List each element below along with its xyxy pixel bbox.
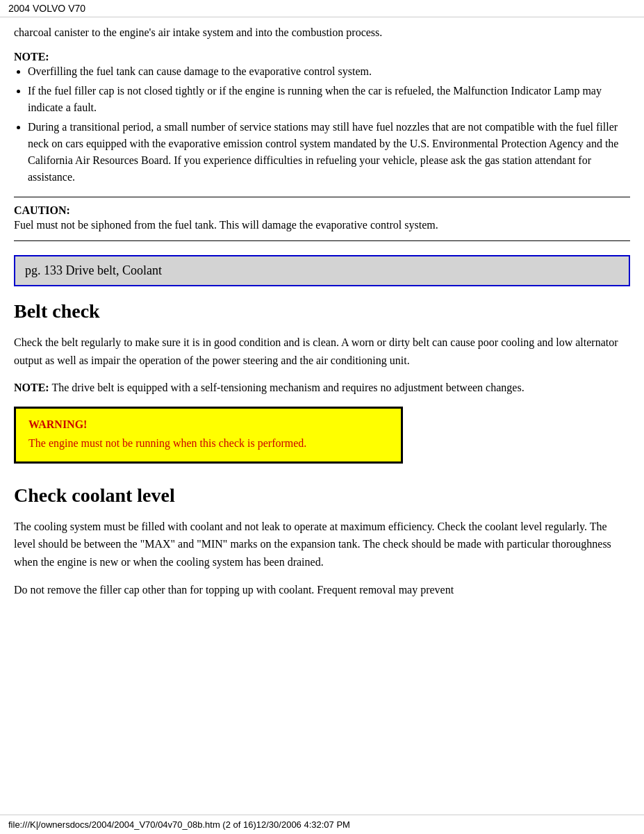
belt-note-label: NOTE: (14, 382, 49, 393)
page-header: 2004 VOLVO V70 (0, 0, 644, 17)
footer-text: file:///K|/ownersdocs/2004/2004_V70/04v7… (8, 819, 350, 830)
caution-label: CAUTION: (14, 204, 70, 216)
coolant-body-2: Do not remove the filler cap other than … (14, 581, 630, 599)
page-footer: file:///K|/ownersdocs/2004/2004_V70/04v7… (0, 815, 644, 834)
page-reference-text: pg. 133 Drive belt, Coolant (25, 263, 162, 277)
bullet-list: Overfilling the fuel tank can cause dama… (28, 63, 630, 186)
divider-1 (14, 197, 630, 197)
list-item: Overfilling the fuel tank can cause dama… (28, 63, 630, 80)
caution-text: Fuel must not be siphoned from the fuel … (14, 217, 630, 234)
intro-paragraph: charcoal canister to the engine's air in… (14, 24, 630, 41)
belt-note-text: The drive belt is equipped with a self-t… (51, 382, 524, 393)
coolant-body-1: The cooling system must be filled with c… (14, 518, 630, 571)
main-content: charcoal canister to the engine's air in… (0, 17, 644, 636)
belt-check-heading: Belt check (14, 300, 630, 322)
caution-section: CAUTION: Fuel must not be siphoned from … (14, 204, 630, 234)
belt-check-body: Check the belt regularly to make sure it… (14, 334, 630, 369)
warning-box: WARNING! The engine must not be running … (14, 407, 403, 464)
list-item: During a transitional period, a small nu… (28, 119, 630, 186)
header-title: 2004 VOLVO V70 (8, 3, 85, 14)
warning-text: The engine must not be running when this… (28, 435, 388, 452)
note-label: NOTE: (14, 51, 49, 63)
list-item: If the fuel filler cap is not closed tig… (28, 83, 630, 116)
coolant-heading: Check coolant level (14, 484, 630, 507)
belt-note: NOTE: The drive belt is equipped with a … (14, 379, 630, 397)
warning-label: WARNING! (28, 418, 388, 431)
page-reference-box[interactable]: pg. 133 Drive belt, Coolant (14, 255, 630, 286)
divider-2 (14, 240, 630, 241)
note-section: NOTE: Overfilling the fuel tank can caus… (14, 51, 630, 186)
